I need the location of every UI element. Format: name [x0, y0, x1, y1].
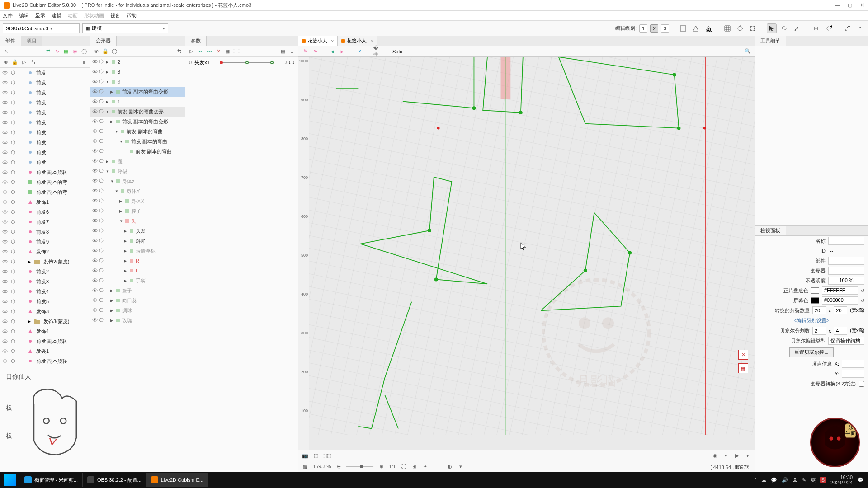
deformer-row[interactable]: ▶1 — [90, 97, 185, 107]
part-row[interactable]: 前发 — [0, 108, 90, 117]
visibility-icon[interactable] — [92, 128, 98, 135]
visibility-icon[interactable] — [2, 348, 8, 354]
canvas-fwd-icon[interactable]: ► — [339, 48, 345, 55]
visibility-icon[interactable] — [92, 317, 98, 324]
part-row[interactable]: 发夹1 — [0, 346, 90, 356]
part-row[interactable]: 前发 — [0, 157, 90, 167]
level-2-button[interactable]: 2 — [650, 24, 658, 33]
visibility-icon[interactable] — [92, 287, 98, 294]
grid-mini-icon[interactable]: ▦ — [63, 48, 69, 55]
visibility-icon[interactable] — [92, 208, 98, 214]
lock-ring-icon[interactable] — [99, 218, 104, 224]
visibility-icon[interactable] — [2, 89, 8, 96]
visibility-icon[interactable] — [2, 139, 8, 145]
lock-ring-icon[interactable] — [10, 209, 16, 215]
deformer-row[interactable]: ▼前发 副本的弯曲变形 — [90, 107, 185, 117]
visibility-icon[interactable] — [2, 169, 8, 175]
lock-ring-icon[interactable] — [99, 258, 104, 264]
deformer-row[interactable]: ▶斜眸 — [90, 236, 185, 246]
deformer-row[interactable]: ▼前发 副本的弯曲 — [90, 136, 185, 146]
lock-ring-icon[interactable] — [99, 79, 104, 85]
lock-ring-icon[interactable] — [10, 149, 16, 155]
level-1-button[interactable]: 1 — [639, 24, 647, 33]
part-row[interactable]: 前发8 — [0, 227, 90, 237]
lock-ring-icon[interactable] — [99, 178, 104, 184]
play-header-icon[interactable]: ▷ — [21, 59, 27, 66]
bez-type-combo[interactable]: 保留操作结构 — [828, 337, 864, 345]
lock-ring-icon[interactable] — [99, 158, 104, 164]
lock-ring-icon[interactable] — [99, 198, 104, 204]
screen-color-field[interactable]: #000000 — [822, 296, 858, 305]
visibility-icon[interactable] — [2, 249, 8, 255]
rot-mini-icon[interactable]: ◉ — [72, 48, 78, 55]
lock-ring-icon[interactable] — [10, 239, 16, 245]
canvas-snap-icon[interactable]: �井 — [373, 48, 380, 55]
lock-ring-icon[interactable] — [10, 288, 16, 295]
deformer-row[interactable]: ▶2 — [90, 57, 185, 67]
taskbar-task[interactable]: 橱窗管理 - 米画师... — [20, 473, 83, 487]
eyedrop-button[interactable] — [843, 23, 853, 33]
lock-ring-icon[interactable] — [99, 168, 104, 174]
link-icon[interactable]: ⇄ — [45, 48, 51, 55]
taskbar-task[interactable]: Live2D Cubism E... — [146, 473, 208, 487]
play-canvas-icon[interactable]: ▶ — [734, 453, 740, 459]
lock-ring-icon[interactable] — [10, 219, 16, 225]
conv-checkbox[interactable] — [859, 381, 864, 387]
part-row[interactable]: 前发 — [0, 68, 90, 78]
snapshot-icon[interactable]: 📷 — [302, 453, 308, 459]
zoom-slider[interactable] — [346, 466, 373, 467]
deformer-row[interactable]: ▼呼吸 — [90, 166, 185, 176]
deformer-row[interactable]: ▼身体Y — [90, 186, 185, 196]
part-row[interactable]: 前发 — [0, 137, 90, 147]
record-icon[interactable]: ⬚ — [313, 453, 319, 459]
menu-header-icon[interactable]: ≡ — [81, 59, 87, 66]
part-row[interactable]: 前发7 — [0, 217, 90, 227]
menu-file[interactable]: 文件 — [3, 12, 13, 19]
lock-ring-icon[interactable] — [99, 108, 104, 115]
visibility-icon[interactable] — [92, 148, 98, 155]
guide-icon[interactable]: ✦ — [422, 463, 429, 469]
deformer-row[interactable]: ▶手柄 — [90, 276, 185, 286]
canvas-tab-2[interactable]: 花篮小人 × — [338, 36, 377, 46]
lock-ring-icon[interactable] — [10, 338, 16, 344]
deformer-row[interactable]: ▶前发 副本的弯曲变形 — [90, 117, 185, 127]
visibility-icon[interactable] — [92, 198, 98, 204]
close-overlay-button[interactable]: ✕ — [738, 350, 748, 360]
part-row[interactable]: 前发5 — [0, 296, 90, 306]
lock-ring-icon[interactable] — [10, 70, 16, 76]
parameter-tab[interactable]: 参数 — [185, 36, 207, 46]
lock-ring-icon[interactable] — [99, 188, 104, 194]
canvas-pen-icon[interactable]: ✎ — [302, 48, 308, 55]
tray-ime[interactable]: 英 — [811, 477, 816, 483]
insp-part-combo[interactable] — [828, 257, 864, 265]
lock-ring-icon[interactable] — [99, 267, 104, 274]
project-tab[interactable]: 项目 — [21, 36, 42, 46]
visibility-icon[interactable] — [92, 238, 98, 244]
visibility-icon[interactable] — [2, 179, 8, 185]
lock-ring-icon[interactable] — [10, 109, 16, 116]
grid-toggle-icon[interactable]: ⊞ — [411, 463, 418, 469]
lock-ring-icon[interactable] — [99, 128, 104, 135]
visibility-icon[interactable] — [2, 239, 8, 245]
lock-ring-icon[interactable] — [99, 208, 104, 214]
lock-ring-icon[interactable] — [10, 298, 16, 305]
visibility-icon[interactable] — [92, 228, 98, 234]
tray-chat-icon[interactable]: 💬 — [771, 477, 777, 483]
lock-ring-icon[interactable] — [10, 199, 16, 205]
deformer-row[interactable]: 前发 副本的弯曲 — [90, 146, 185, 156]
lock-ring-icon[interactable] — [99, 59, 104, 65]
fit-icon[interactable]: ⛶ — [401, 463, 407, 469]
lock-ring-icon[interactable] — [10, 348, 16, 354]
vtx-y-field[interactable] — [842, 370, 864, 378]
tray-ime2-icon[interactable]: S — [820, 477, 826, 483]
visibility-icon[interactable] — [2, 328, 8, 334]
opts-icon[interactable]: ▾ — [745, 453, 751, 459]
deformer-row[interactable]: ▶向日葵 — [90, 296, 185, 305]
visibility-icon[interactable] — [2, 288, 8, 295]
visibility-icon[interactable] — [92, 69, 98, 75]
visibility-icon[interactable] — [92, 158, 98, 164]
div-x-field[interactable] — [812, 306, 826, 314]
arrow-tool-button[interactable] — [767, 23, 777, 33]
part-row[interactable]: 前发 — [0, 78, 90, 88]
insp-name-field[interactable]: -- — [828, 237, 864, 245]
